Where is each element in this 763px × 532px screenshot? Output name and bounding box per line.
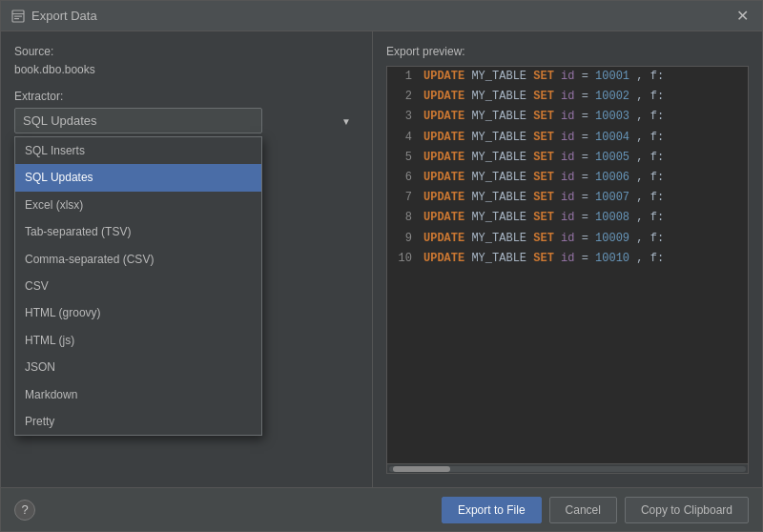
extractor-dropdown[interactable]: SQL InsertsSQL UpdatesExcel (xlsx)Tab-se… xyxy=(14,108,359,133)
code-line: 4 UPDATE MY_TABLE SET id = 10004 , f: xyxy=(387,128,748,148)
svg-rect-3 xyxy=(14,18,19,19)
dropdown-item[interactable]: HTML (js) xyxy=(15,327,261,354)
copy-to-clipboard-button[interactable]: Copy to Clipboard xyxy=(625,497,749,523)
dialog-body: Source: book.dbo.books Extractor: SQL In… xyxy=(1,31,762,487)
line-number: 9 xyxy=(387,230,423,248)
cancel-button[interactable]: Cancel xyxy=(549,497,617,523)
code-line: 10 UPDATE MY_TABLE SET id = 10010 , f: xyxy=(387,249,748,269)
title-bar: Export Data ✕ xyxy=(1,1,762,31)
line-number: 4 xyxy=(387,129,423,147)
code-content: UPDATE MY_TABLE SET id = 10004 , f: xyxy=(423,129,664,147)
line-number: 6 xyxy=(387,169,423,187)
code-content: UPDATE MY_TABLE SET id = 10007 , f: xyxy=(423,189,664,207)
horizontal-scrollbar[interactable] xyxy=(387,463,748,473)
dropdown-item[interactable]: SQL Inserts xyxy=(15,137,261,164)
left-panel: Source: book.dbo.books Extractor: SQL In… xyxy=(1,31,373,487)
dropdown-item[interactable]: Comma-separated (CSV) xyxy=(15,246,261,273)
code-preview: 1 UPDATE MY_TABLE SET id = 10001 , f: 2 … xyxy=(386,66,749,474)
source-value: book.dbo.books xyxy=(14,63,359,76)
code-content: UPDATE MY_TABLE SET id = 10006 , f: xyxy=(423,169,664,187)
code-lines: 1 UPDATE MY_TABLE SET id = 10001 , f: 2 … xyxy=(387,67,748,463)
code-line: 8 UPDATE MY_TABLE SET id = 10008 , f: xyxy=(387,208,748,228)
help-label: ? xyxy=(21,502,28,517)
dropdown-item[interactable]: CSV xyxy=(15,273,261,299)
help-button[interactable]: ? xyxy=(14,500,35,521)
code-content: UPDATE MY_TABLE SET id = 10009 , f: xyxy=(423,230,664,248)
dialog-icon xyxy=(10,9,26,24)
close-button[interactable]: ✕ xyxy=(732,9,753,24)
dialog-footer: ? Export to File Cancel Copy to Clipboar… xyxy=(1,487,762,531)
code-content: UPDATE MY_TABLE SET id = 10005 , f: xyxy=(423,149,664,167)
scrollbar-thumb[interactable] xyxy=(393,466,450,472)
svg-rect-2 xyxy=(14,15,22,16)
line-number: 8 xyxy=(387,209,423,227)
dropdown-item[interactable]: Markdown xyxy=(15,381,261,408)
code-content: UPDATE MY_TABLE SET id = 10010 , f: xyxy=(423,250,664,268)
code-line: 2 UPDATE MY_TABLE SET id = 10002 , f: xyxy=(387,87,748,107)
export-to-file-button[interactable]: Export to File xyxy=(442,497,542,523)
dropdown-item[interactable]: JSON xyxy=(15,354,261,380)
line-number: 1 xyxy=(387,68,423,86)
dropdown-arrow-icon: ▼ xyxy=(341,115,351,126)
code-line: 1 UPDATE MY_TABLE SET id = 10001 , f: xyxy=(387,67,748,87)
dropdown-item[interactable]: Tab-separated (TSV) xyxy=(15,218,261,245)
extractor-select[interactable]: SQL InsertsSQL UpdatesExcel (xlsx)Tab-se… xyxy=(14,108,262,133)
dialog-title: Export Data xyxy=(31,9,732,23)
extractor-options-list: SQL InsertsSQL UpdatesExcel (xlsx)Tab-se… xyxy=(14,136,262,436)
line-number: 7 xyxy=(387,189,423,207)
preview-label: Export preview: xyxy=(386,45,749,58)
line-number: 2 xyxy=(387,88,423,106)
extractor-label: Extractor: xyxy=(14,90,359,103)
right-panel: Export preview: 1 UPDATE MY_TABLE SET id… xyxy=(373,31,762,487)
code-content: UPDATE MY_TABLE SET id = 10002 , f: xyxy=(423,88,664,106)
code-content: UPDATE MY_TABLE SET id = 10008 , f: xyxy=(423,209,664,227)
dropdown-item[interactable]: SQL Updates xyxy=(15,164,261,191)
dropdown-item[interactable]: Excel (xlsx) xyxy=(15,192,261,218)
code-line: 7 UPDATE MY_TABLE SET id = 10007 , f: xyxy=(387,188,748,208)
code-line: 3 UPDATE MY_TABLE SET id = 10003 , f: xyxy=(387,107,748,127)
code-content: UPDATE MY_TABLE SET id = 10001 , f: xyxy=(423,68,664,86)
line-number: 3 xyxy=(387,108,423,126)
code-content: UPDATE MY_TABLE SET id = 10003 , f: xyxy=(423,108,664,126)
line-number: 5 xyxy=(387,149,423,167)
export-data-dialog: Export Data ✕ Source: book.dbo.books Ext… xyxy=(0,0,763,532)
dropdown-item[interactable]: Pretty xyxy=(15,408,261,435)
code-line: 6 UPDATE MY_TABLE SET id = 10006 , f: xyxy=(387,168,748,188)
scrollbar-track xyxy=(389,466,746,472)
code-line: 5 UPDATE MY_TABLE SET id = 10005 , f: xyxy=(387,148,748,168)
code-line: 9 UPDATE MY_TABLE SET id = 10009 , f: xyxy=(387,229,748,249)
dropdown-item[interactable]: HTML (groovy) xyxy=(15,299,261,326)
line-number: 10 xyxy=(387,250,423,268)
source-label: Source: xyxy=(14,45,359,58)
